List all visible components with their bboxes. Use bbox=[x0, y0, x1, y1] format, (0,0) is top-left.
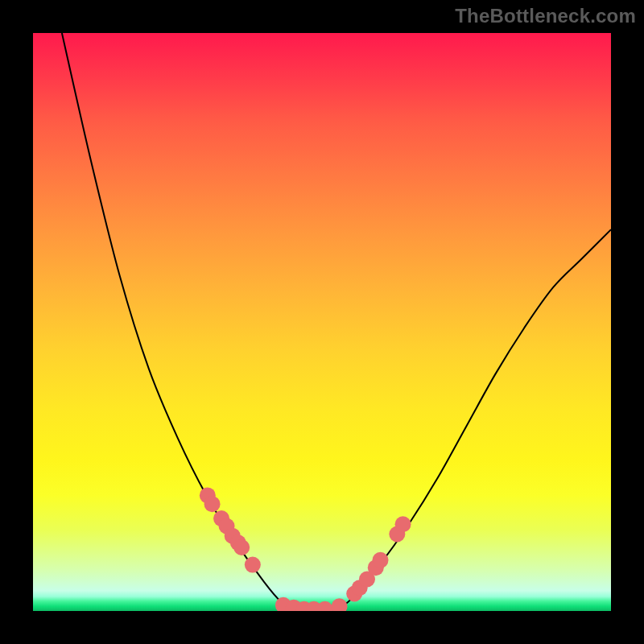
data-point bbox=[373, 552, 389, 568]
data-point bbox=[245, 557, 261, 573]
data-point bbox=[233, 539, 250, 555]
data-point bbox=[204, 496, 221, 512]
watermark-text: TheBottleneck.com bbox=[455, 5, 636, 27]
plot-area bbox=[33, 33, 611, 611]
curve-bottleneck-curve-right bbox=[333, 229, 611, 611]
curve-bottleneck-curve-left bbox=[62, 33, 296, 611]
data-point bbox=[395, 516, 411, 532]
data-point bbox=[332, 598, 348, 611]
curve-layer bbox=[33, 33, 611, 611]
data-point bbox=[317, 601, 333, 611]
chart-frame: TheBottleneck.com bbox=[0, 0, 644, 644]
